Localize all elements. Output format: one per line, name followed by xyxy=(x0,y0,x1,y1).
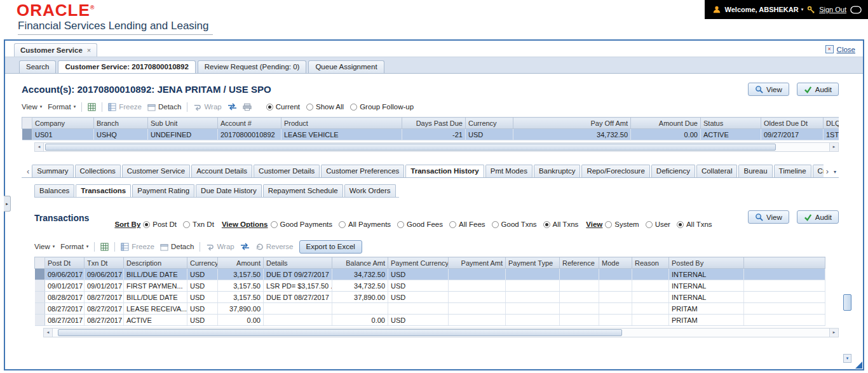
sort-by-option-txn-dt[interactable]: Txn Dt xyxy=(183,220,214,228)
transactions-audit-button[interactable]: Audit xyxy=(797,210,839,224)
sort-by-option-post-dt[interactable]: Post Dt xyxy=(143,220,177,228)
tabs-overflow-icon[interactable]: ▾ xyxy=(831,169,839,177)
radio-icon[interactable] xyxy=(677,221,684,228)
account-hscrollbar[interactable]: ◄ ► xyxy=(34,142,839,152)
column-header-balance-amt[interactable]: Balance Amt xyxy=(332,257,388,269)
row-selector[interactable] xyxy=(35,315,45,326)
tab-collateral[interactable]: Collateral xyxy=(696,165,738,177)
radio-icon[interactable] xyxy=(492,221,499,228)
subtab-repayment-schedule[interactable]: Repayment Schedule xyxy=(263,184,343,197)
column-header-mode[interactable]: Mode xyxy=(599,257,632,269)
radio-icon[interactable] xyxy=(350,104,357,111)
view-options-option-good-payments[interactable]: Good Payments xyxy=(271,220,332,228)
column-header-posted-by[interactable]: Posted By xyxy=(669,257,744,269)
hscrollbar-thumb[interactable] xyxy=(45,144,776,151)
column-header-pay-off-amt[interactable]: Pay Off Amt xyxy=(513,118,631,129)
tab-customer-preferences[interactable]: Customer Preferences xyxy=(321,165,404,177)
refresh-arrows-icon[interactable] xyxy=(240,243,250,250)
panel-expand-handle[interactable]: ▸ xyxy=(4,196,11,212)
row-selector[interactable] xyxy=(35,292,45,303)
column-header-details[interactable]: Details xyxy=(264,257,332,269)
column-header-payment-type[interactable]: Payment Type xyxy=(506,257,560,269)
column-header-oldest-due-dt[interactable]: Oldest Due Dt xyxy=(761,118,824,129)
radio-icon[interactable] xyxy=(339,221,346,228)
tab-transaction-history[interactable]: Transaction History xyxy=(405,165,484,177)
table-row[interactable]: US01USHQUNDEFINED20170800010892LEASE VEH… xyxy=(22,129,839,140)
column-header-reason[interactable]: Reason xyxy=(632,257,669,269)
account-format-menu[interactable]: Format▾ xyxy=(48,103,76,111)
radio-icon[interactable] xyxy=(397,221,404,228)
subtab-transactions[interactable]: Transactions xyxy=(76,184,131,197)
view-options-option-good-fees[interactable]: Good Fees xyxy=(397,220,443,228)
view-options-option-all-fees[interactable]: All Fees xyxy=(449,220,485,228)
tab-pmt-modes[interactable]: Pmt Modes xyxy=(485,165,532,177)
subtab-balances[interactable]: Balances xyxy=(34,184,74,197)
table-row[interactable]: 08/27/201708/27/2017ACTIVEUSD0.000.00USD… xyxy=(35,315,825,326)
session-icon[interactable] xyxy=(850,6,862,14)
column-header-txn-dt[interactable]: Txn Dt xyxy=(85,257,124,269)
column-header-currency[interactable]: Currency xyxy=(187,257,218,269)
column-header-product[interactable]: Product xyxy=(281,118,402,129)
subtab-work-orders[interactable]: Work Orders xyxy=(344,184,396,197)
radio-icon[interactable] xyxy=(266,104,273,111)
welcome-menu[interactable]: Welcome, ABSHEKAR ▾ xyxy=(725,6,804,13)
radio-icon[interactable] xyxy=(143,221,150,228)
column-header-payment-currency[interactable]: Payment Currency xyxy=(388,257,449,269)
scroll-left-icon[interactable]: ◄ xyxy=(35,143,44,151)
transactions-format-menu[interactable]: Format▾ xyxy=(60,243,88,250)
radio-icon[interactable] xyxy=(605,221,612,228)
row-selector[interactable] xyxy=(35,269,45,280)
view-options-option-good-txns[interactable]: Good Txns xyxy=(492,220,537,228)
tab-deficiency[interactable]: Deficiency xyxy=(651,165,695,177)
tab-summary[interactable]: Summary xyxy=(32,165,73,177)
transactions-hscrollbar[interactable]: ◄ ► xyxy=(43,328,839,337)
column-header-payment-amt[interactable]: Payment Amt xyxy=(449,257,506,269)
page-tab-queue-assignment[interactable]: Queue Assignment xyxy=(308,60,384,73)
column-header-company[interactable]: Company xyxy=(32,118,94,129)
excel-icon[interactable] xyxy=(88,103,96,111)
table-row[interactable]: 08/28/201708/27/2017BILL/DUE DATEUSD3,15… xyxy=(35,292,825,303)
sign-out-link[interactable]: Sign Out xyxy=(819,6,846,13)
column-header-dlq[interactable]: DLQ R xyxy=(824,118,839,129)
scroll-right-icon[interactable]: ► xyxy=(829,329,838,337)
account-view-menu[interactable]: View▾ xyxy=(22,103,42,111)
tab-cross-up-sell[interactable]: Cross/Up Sell xyxy=(813,165,824,177)
row-selector[interactable] xyxy=(35,280,45,292)
radio-icon[interactable] xyxy=(183,221,190,228)
tab-timeline[interactable]: Timeline xyxy=(774,165,811,177)
vertical-scrollbar[interactable]: ▼ xyxy=(843,78,851,363)
hscrollbar-thumb[interactable] xyxy=(58,329,622,336)
account-audit-button[interactable]: Audit xyxy=(797,83,839,96)
tab-customer-service[interactable]: Customer Service xyxy=(122,165,190,177)
scroll-left-icon[interactable]: ◄ xyxy=(44,329,53,337)
wrap-button[interactable]: Wrap xyxy=(193,103,221,111)
table-row[interactable]: 09/01/201709/01/2017FIRST PAYMEN...USD3,… xyxy=(35,280,825,292)
close-icon[interactable]: × xyxy=(825,45,834,53)
scroll-right-icon[interactable]: ► xyxy=(829,143,838,151)
row-selector[interactable] xyxy=(22,129,32,140)
page-tab-search[interactable]: Search xyxy=(19,60,56,73)
detach-button[interactable]: Detach xyxy=(147,103,181,111)
tab-bureau[interactable]: Bureau xyxy=(738,165,772,177)
window-tab-customer-service[interactable]: Customer Service × xyxy=(14,43,97,57)
table-row[interactable]: 08/27/201708/27/2017LEASE RECEIVA...USD3… xyxy=(35,303,825,315)
tab-collections[interactable]: Collections xyxy=(75,165,121,177)
column-header-amount[interactable]: Amount xyxy=(218,257,264,269)
column-header-account[interactable]: Account # xyxy=(218,118,281,129)
row-selector[interactable] xyxy=(35,303,45,315)
tab-account-details[interactable]: Account Details xyxy=(191,165,252,177)
view-options-option-all-txns[interactable]: All Txns xyxy=(543,220,579,228)
table-row[interactable]: 09/06/201709/06/2017BILL/DUE DATEUSD3,15… xyxy=(35,269,825,280)
subtab-due-date-history[interactable]: Due Date History xyxy=(196,184,262,197)
radio-icon[interactable] xyxy=(271,221,278,228)
column-header-currency[interactable]: Currency xyxy=(466,118,513,129)
account-filter-option-group-follow-up[interactable]: Group Follow-up xyxy=(350,103,414,111)
account-view-button[interactable]: View xyxy=(748,83,789,96)
freeze-button[interactable]: Freeze xyxy=(121,243,154,251)
column-header-status[interactable]: Status xyxy=(701,118,761,129)
detach-button[interactable]: Detach xyxy=(160,243,194,251)
account-filter-option-show-all[interactable]: Show All xyxy=(306,103,344,111)
close-control[interactable]: × Close xyxy=(825,45,855,57)
view-options-option-all-payments[interactable]: All Payments xyxy=(339,220,391,228)
reverse-button[interactable]: Reverse xyxy=(255,243,294,251)
